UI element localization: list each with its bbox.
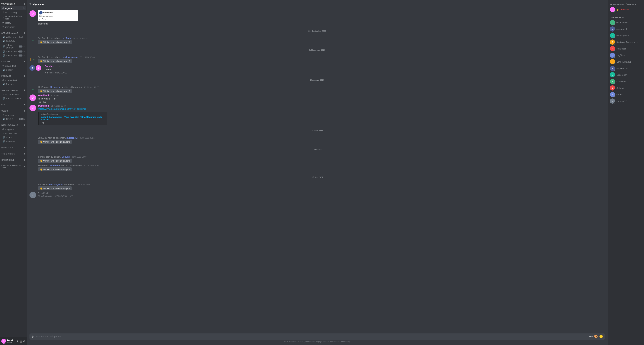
wave-button[interactable]: 👋 Winke, um Hallo zu sagen! bbox=[38, 186, 72, 190]
channel-spotify[interactable]: # spotify bbox=[1, 21, 26, 25]
greenhell-section-header[interactable]: GREEN HELL + bbox=[0, 156, 27, 162]
mentioned-user[interactable]: MrLorenz bbox=[50, 86, 60, 89]
voice-warzone[interactable]: 🔊 Warzone bbox=[1, 140, 26, 143]
sot-section-header[interactable]: SEA OF THIEVES + bbox=[0, 86, 27, 92]
message-input[interactable] bbox=[36, 333, 588, 340]
voice-csgo[interactable]: 🔊 CS:GO 00 05 bbox=[1, 117, 26, 121]
podcast-section-header[interactable]: PODCAST + bbox=[0, 72, 27, 78]
voice-podcast[interactable]: 🔊 Podcast bbox=[1, 82, 26, 86]
message-author[interactable]: DemilImili bbox=[38, 94, 50, 97]
channel-name: Chill/Talk bbox=[6, 40, 15, 43]
member-item[interactable]: 0 00tannim99 bbox=[609, 19, 642, 26]
samsis-section-header[interactable]: SAMSI'S BESONDERE ZONE + bbox=[0, 162, 27, 169]
settings-icon[interactable]: ⚙ bbox=[23, 340, 25, 342]
stream-section-header[interactable]: STREAM + bbox=[0, 58, 27, 64]
add-podcast-channel-btn[interactable]: + bbox=[24, 75, 25, 77]
voice-channels-header[interactable]: SPRACHKANÄLE + bbox=[0, 29, 27, 35]
add-stream-channel-btn[interactable]: + bbox=[24, 60, 25, 63]
add-samsis-channel-btn[interactable]: + bbox=[24, 165, 25, 168]
settings-icon[interactable]: ⚙ bbox=[23, 7, 25, 10]
speaker-icon: 🔊 bbox=[2, 36, 5, 39]
channel-just-chatting[interactable]: # just-chatting bbox=[1, 11, 26, 14]
date-divider-text: 30. September 2020 bbox=[307, 30, 328, 32]
channel-podcast-text[interactable]: # podcast-text bbox=[1, 78, 26, 82]
channel-warzone-text[interactable]: # warzone-text bbox=[1, 132, 26, 135]
voice-privat-1[interactable]: 🔊 Privat-Chat 1 00 02 bbox=[1, 50, 26, 54]
wave-button[interactable]: 👋 Winke, um Hallo zu sagen! bbox=[38, 89, 72, 93]
voice-admin-lounge[interactable]: 🔊 Admin-Lounge 00 02 bbox=[1, 43, 26, 50]
mentioned-user[interactable]: Lord_Armadus bbox=[62, 56, 78, 59]
gif-button[interactable]: GIF bbox=[589, 335, 593, 338]
mentioned-user[interactable]: zuzlernr1 bbox=[66, 137, 77, 139]
mentioned-user[interactable]: datcringeboi bbox=[49, 183, 63, 186]
member-item[interactable]: s serafin bbox=[609, 91, 642, 98]
voice-sea-of-thieves[interactable]: 🔊 Sea-of-Thieves bbox=[1, 97, 26, 100]
mentioned-user[interactable]: Le_Tachi bbox=[62, 37, 72, 40]
channel-stream-text[interactable]: # stream-text bbox=[1, 64, 26, 68]
add-civ-channel-btn[interactable]: + bbox=[24, 103, 25, 106]
wave-button[interactable]: 👋 Winke, um Hallo zu sagen! bbox=[38, 140, 72, 144]
wave-button[interactable]: 👋 Winke, um Hallo zu sagen! bbox=[38, 159, 72, 163]
embed-title[interactable]: Instant-Gaming.com - Your favorites PC/M… bbox=[41, 116, 105, 121]
civ-section-header[interactable]: CIV + bbox=[0, 101, 27, 107]
member-item[interactable]: L Le_Tachi bbox=[609, 52, 642, 59]
main-content: # allgemein D like comment 💬 Kommentiere… bbox=[27, 0, 608, 345]
join-icon: → bbox=[30, 58, 36, 61]
channel-sea-of-thieves-text[interactable]: # sea-of-thieves bbox=[1, 93, 26, 96]
member-item[interactable]: S Schumi bbox=[609, 85, 642, 91]
message-author[interactable]: DemilImili bbox=[38, 104, 50, 107]
mentioned-user[interactable]: Schumi bbox=[62, 156, 70, 158]
text-channels-header[interactable]: TEXTKANÄLE + bbox=[0, 0, 27, 6]
member-item[interactable]: s scherzi69* bbox=[609, 78, 642, 85]
member-item[interactable]: M MrLorenz* bbox=[609, 72, 642, 78]
message-author[interactable]: 4 bbox=[38, 191, 40, 194]
message-link[interactable]: https://www.instant-gaming.com/?igr=demi… bbox=[38, 108, 86, 110]
channel-allgemein[interactable]: # allgemein ⚙ bbox=[1, 6, 26, 10]
add-division-channel-btn[interactable]: + bbox=[24, 152, 25, 155]
message-author[interactable]: Da_die... bbox=[45, 65, 55, 68]
minecraft-section-header[interactable]: MINECRAFT + bbox=[0, 143, 27, 150]
voice-chill-talk[interactable]: 🔊 Chill/Talk bbox=[1, 39, 26, 43]
add-text-channel-btn[interactable]: + bbox=[24, 3, 25, 6]
member-item[interactable]: d datcringeboi bbox=[609, 32, 642, 39]
add-br-channel-btn[interactable]: + bbox=[24, 124, 25, 127]
avatar: 4 bbox=[30, 192, 36, 198]
br-section-header[interactable]: BATLLE-ROYALE + bbox=[0, 121, 27, 127]
channel-memes[interactable]: # memes-extra-fürn-waldl bbox=[1, 15, 26, 21]
voice-willkommenshalle[interactable]: 🔊 Willkommenshalle bbox=[1, 35, 26, 39]
channel-cs-go-text[interactable]: # cs-go-text bbox=[1, 113, 26, 117]
voice-pubg[interactable]: 🔊 PUBG bbox=[1, 136, 26, 139]
mic-icon[interactable]: 🎙 bbox=[16, 340, 19, 342]
member-item[interactable]: J Jetard21f bbox=[609, 45, 642, 52]
add-csgo-channel-btn[interactable]: + bbox=[24, 110, 25, 112]
add-attachment-icon[interactable]: ⊕ bbox=[32, 335, 34, 338]
avatar: J bbox=[610, 46, 615, 51]
member-item[interactable]: D Don't spec Tom, get his... bbox=[609, 39, 642, 45]
mentioned-user[interactable]: scherzi69 bbox=[50, 164, 60, 167]
headphone-icon[interactable]: 🎧 bbox=[20, 340, 22, 342]
member-item[interactable]: m maplenum* bbox=[609, 65, 642, 72]
wave-button[interactable]: 👋 Winke, um Hallo zu sagen! bbox=[38, 40, 72, 44]
add-greenhell-channel-btn[interactable]: + bbox=[24, 159, 25, 161]
voice-privat-2[interactable]: 🔊 Privat-Chat 2 00 04 bbox=[1, 54, 26, 57]
division-section-header[interactable]: THE DIVISION + bbox=[0, 150, 27, 156]
channel-pubg-text[interactable]: # pubg-text bbox=[1, 127, 26, 131]
wave-button[interactable]: 👋 Winke, um Hallo zu sagen! bbox=[38, 59, 72, 63]
messages-area[interactable]: D like comment 💬 Kommentieren... ◁ bbox=[27, 8, 608, 332]
wave-button[interactable]: 👋 Winke, um Hallo zu sagen! bbox=[38, 167, 72, 171]
member-item[interactable]: L Lord_Armadus bbox=[609, 59, 642, 65]
voice-stream[interactable]: 🔊 Stream bbox=[1, 68, 26, 72]
member-owner[interactable]: D 👑 DemilImili bbox=[609, 6, 642, 13]
add-voice-channel-btn[interactable]: + bbox=[24, 32, 25, 35]
add-sot-channel-btn[interactable]: + bbox=[24, 89, 25, 92]
sticker-icon[interactable]: 🎨 bbox=[594, 335, 598, 338]
message-text: ib iko? halle . irl rn bie bbox=[38, 97, 605, 104]
member-item[interactable]: s seadrag11 bbox=[609, 26, 642, 32]
member-item[interactable]: z zuzlernr1* bbox=[609, 98, 642, 104]
csgo-section-header[interactable]: CS:GO + bbox=[0, 107, 27, 113]
channel-admin-text[interactable]: # admin-text bbox=[1, 25, 26, 29]
system-suffix: herzlich willkommen! bbox=[61, 86, 82, 89]
emoji-icon[interactable]: 😊 bbox=[599, 335, 603, 338]
channel-name: warzone-text bbox=[5, 132, 18, 135]
add-minecraft-channel-btn[interactable]: + bbox=[24, 146, 25, 149]
